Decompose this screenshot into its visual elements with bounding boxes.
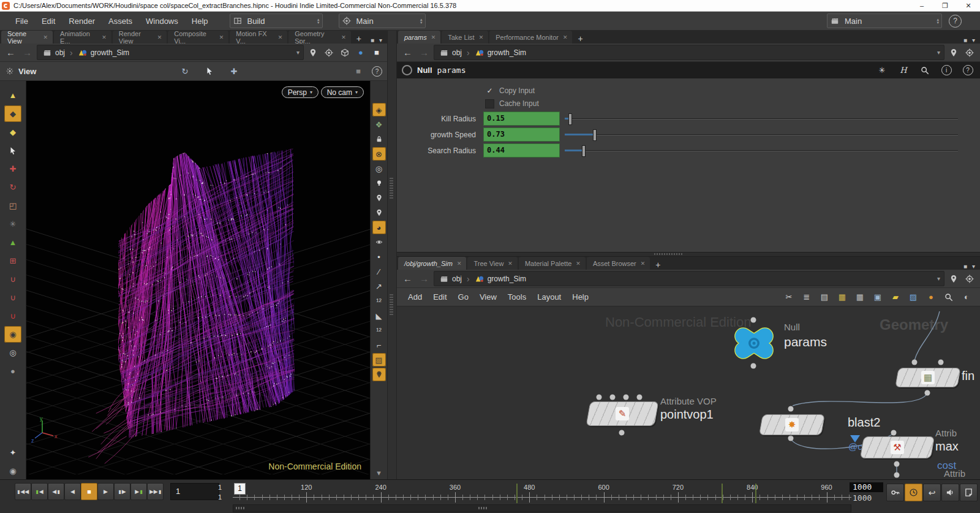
color-palette-icon[interactable]: ● [924, 290, 938, 305]
tab-close-icon[interactable]: ✕ [563, 34, 568, 40]
tumble-view-icon[interactable]: ↻ [178, 64, 192, 78]
play-reverse-button[interactable]: ◀ [64, 483, 81, 500]
flashlight-icon[interactable]: ✦ [4, 444, 21, 461]
stop-button[interactable]: ■ [81, 483, 97, 500]
view-lens-icon[interactable]: ◎ [372, 162, 386, 175]
breadcrumb-obj[interactable]: obj [37, 45, 70, 59]
tab-tree-view[interactable]: Tree View✕ [467, 257, 517, 270]
slider-handle[interactable] [568, 113, 572, 125]
tab-close-icon[interactable]: ✕ [102, 34, 107, 40]
pane-maximize-icon[interactable]: ■ [963, 37, 967, 44]
param-slider[interactable] [565, 128, 958, 141]
global-end-field[interactable]: 1000 [850, 493, 883, 503]
shelf-set-selector[interactable]: Main ▴▾ [339, 13, 426, 28]
render-region-icon[interactable]: ◎ [4, 344, 21, 361]
tab-motion-fx-v-[interactable]: Motion FX V...✕ [230, 31, 287, 44]
point-numbers-icon[interactable]: ¹² [372, 294, 386, 308]
tab-close-icon[interactable]: ✕ [43, 34, 48, 40]
lock-icon[interactable] [372, 132, 386, 146]
prim-numbers-icon[interactable]: ¹² [372, 324, 386, 337]
tab-geometry-spr-[interactable]: Geometry Spr...✕ [288, 31, 351, 44]
houdini-help-icon[interactable]: H [896, 63, 911, 78]
node-max[interactable]: ⚒ [860, 436, 935, 458]
jump-start-button[interactable]: ▮◀◀ [15, 483, 31, 500]
breadcrumb-growth-sim[interactable]: growth_Sim [470, 45, 531, 59]
params-path-field[interactable]: obj › growth_Sim ▾ [434, 45, 944, 60]
timeline-scrollbar[interactable] [233, 504, 851, 512]
pane-menu-icon[interactable]: ▾ [972, 37, 975, 44]
step-back-button[interactable]: ◀▮ [48, 483, 64, 500]
image-planes-icon[interactable]: ▨ [372, 353, 386, 367]
timeline-ruler[interactable]: 120240360480600720840960 1 [233, 481, 851, 503]
menu-render[interactable]: Render [63, 14, 100, 28]
display-settings-icon[interactable]: ≡ [351, 64, 366, 78]
tab-close-icon[interactable]: ✕ [641, 260, 646, 267]
range-start-field[interactable]: 1 [216, 484, 234, 492]
tab-close-icon[interactable]: ✕ [157, 34, 162, 40]
pin-icon[interactable] [947, 46, 960, 59]
new-tab-button[interactable]: + [651, 260, 665, 270]
pin-icon[interactable] [306, 46, 320, 59]
background-image-icon[interactable]: ▨ [906, 290, 921, 305]
scroll-more-icon[interactable]: ▾ [372, 466, 386, 479]
tab-animation-e-[interactable]: Animation E...✕ [54, 31, 111, 44]
path-dropdown-arrow[interactable]: ▾ [933, 275, 944, 282]
back-button[interactable]: ← [401, 47, 415, 58]
grid-display-icon[interactable]: ▦ [853, 290, 867, 305]
tab-performance-monitor[interactable]: Performance Monitor✕ [489, 31, 572, 44]
end-frame-field[interactable]: 1000 [850, 482, 883, 492]
scene-path-field[interactable]: obj › growth_Sim ▾ [37, 45, 304, 60]
param-slider[interactable] [565, 144, 958, 157]
realtime-toggle-button[interactable]: ↩ [923, 484, 941, 501]
white-panel-icon[interactable]: ■ [370, 46, 383, 59]
tab-take-list[interactable]: Take List✕ [442, 31, 488, 44]
handles-tool-icon[interactable]: ✚ [227, 64, 241, 78]
ghost-objects-icon[interactable]: ❖ [372, 118, 386, 131]
tab-params[interactable]: params✕ [398, 31, 440, 44]
show-objects-icon[interactable]: ▲ [4, 87, 21, 104]
follow-target-icon[interactable] [963, 46, 976, 59]
tab-render-view[interactable]: Render View✕ [113, 31, 167, 44]
tab-scene-view[interactable]: Scene View✕ [1, 31, 53, 44]
gear-menu-icon[interactable]: ✳ [875, 63, 889, 78]
node-blast2[interactable]: ✸ [759, 414, 825, 435]
info-icon[interactable]: i [939, 63, 954, 78]
show-origin-icon[interactable]: ⊗ [372, 147, 386, 161]
visibility-eye-icon[interactable] [372, 235, 386, 249]
menu-view[interactable]: View [475, 290, 502, 304]
particles-tool-icon[interactable]: ✳ [4, 216, 21, 232]
find-node-icon[interactable] [941, 290, 956, 305]
vertical-splitter[interactable] [387, 31, 397, 479]
menu-add[interactable]: Add [403, 290, 427, 304]
new-tab-button[interactable]: + [352, 34, 366, 44]
select-mode-icon[interactable]: ◆ [4, 105, 21, 122]
auto-key-button[interactable] [905, 484, 922, 501]
pin-icon[interactable] [947, 272, 960, 286]
tab-close-icon[interactable]: ✕ [576, 260, 581, 267]
path-dropdown-arrow[interactable]: ▾ [933, 49, 944, 56]
grid-snap-icon[interactable]: ▦ [835, 290, 850, 305]
menu-tools[interactable]: Tools [503, 290, 531, 304]
viewport-3d[interactable]: Persp▾ No cam▾ Non-Commercial Edition y … [26, 81, 370, 479]
tab-close-icon[interactable]: ✕ [457, 260, 462, 267]
point-normals-icon[interactable]: ⁄ [372, 265, 386, 278]
network-path-field[interactable]: obj › growth_Sim ▾ [434, 271, 944, 286]
audio-options-button[interactable] [941, 484, 959, 501]
horizontal-sash[interactable] [397, 252, 980, 257]
node-pointvop1[interactable]: ✎ [586, 401, 658, 426]
maximize-button[interactable]: ❐ [933, 0, 957, 11]
next-keyframe-button[interactable]: ▶▮ [130, 483, 147, 500]
param-value-field[interactable]: 0.73 [483, 127, 560, 142]
desktop-selector[interactable]: Build ▴▾ [230, 13, 323, 28]
sticky-note-icon[interactable]: ▰ [888, 290, 903, 305]
node-name-field[interactable]: params [437, 66, 466, 75]
menu-windows[interactable]: Windows [140, 14, 184, 28]
help-icon[interactable]: ? [960, 63, 975, 78]
tab-composite-vi-[interactable]: Composite Vi...✕ [168, 31, 228, 44]
slider-handle[interactable] [582, 145, 586, 157]
step-forward-button[interactable]: ▮▶ [114, 483, 130, 500]
new-tab-button[interactable]: + [573, 34, 587, 44]
view-gear-icon[interactable] [5, 66, 15, 76]
menu-layout[interactable]: Layout [532, 290, 566, 304]
dependency-links-icon[interactable]: ▣ [870, 290, 885, 305]
